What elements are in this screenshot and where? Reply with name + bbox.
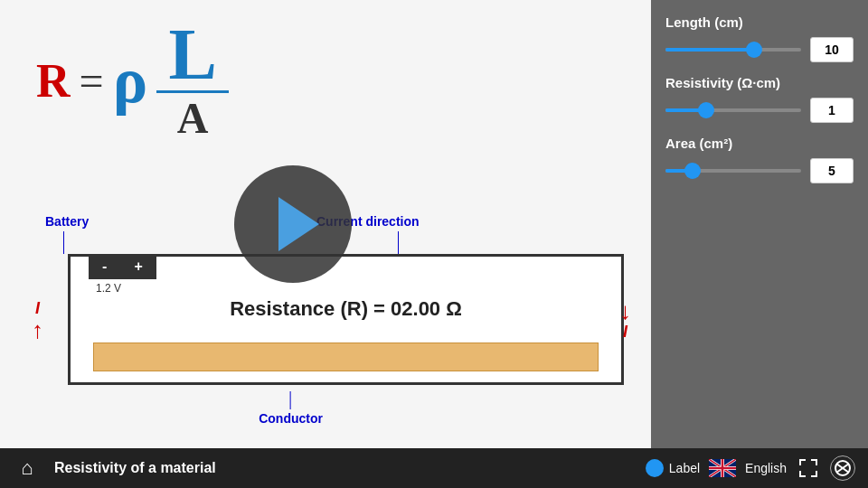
current-I-left: I [35, 299, 40, 318]
area-thumb[interactable] [684, 163, 701, 179]
conductor-label: Conductor [259, 411, 323, 426]
fullscreen-button[interactable] [796, 455, 821, 481]
home-button[interactable]: ⌂ [13, 454, 42, 483]
right-panel: Length (cm) Resistivity (Ω·cm) [651, 0, 868, 448]
uk-flag-icon [709, 459, 736, 477]
app-title: Resistivity of a material [54, 460, 633, 476]
language-flag [709, 459, 736, 477]
play-button[interactable] [234, 165, 352, 283]
home-icon: ⌂ [21, 456, 33, 480]
length-label: Length (cm) [665, 14, 854, 30]
formula-area: R = ρ L A [36, 18, 642, 143]
resistivity-control: Resistivity (Ω·cm) [665, 75, 854, 123]
resistance-display: Resistance (R) = 02.00 Ω [230, 297, 462, 321]
settings-icon [834, 459, 852, 477]
length-input[interactable] [810, 37, 854, 62]
length-track [665, 48, 801, 52]
battery-plus: + [135, 258, 143, 275]
battery-minus: - [102, 258, 107, 275]
resistivity-thumb[interactable] [698, 102, 714, 118]
conductor-label-wrap: Conductor [259, 391, 323, 426]
area-label: Area (cm²) [665, 136, 854, 151]
battery-label-line [63, 231, 64, 254]
battery-label-wrap: Battery [45, 213, 89, 254]
main-area: R = ρ L A Battery Current direction [0, 0, 868, 448]
formula-fraction: L A [156, 18, 229, 143]
circuit-box: - + 1.2 V Resistance (R) = 02.00 Ω Condu… [68, 254, 624, 385]
battery-label: Battery [45, 214, 89, 229]
formula-equals: = [80, 56, 104, 106]
formula-R: R [36, 54, 71, 108]
area-input[interactable] [810, 158, 854, 183]
resistivity-input[interactable] [810, 98, 854, 123]
length-slider[interactable] [665, 41, 801, 59]
resistivity-track [665, 108, 801, 112]
toolbar-right: Label English [646, 455, 855, 481]
conductor-label-line [290, 391, 291, 409]
formula-A: A [177, 93, 209, 143]
bottom-toolbar: ⌂ Resistivity of a material Label Englis… [0, 448, 868, 488]
battery-element: - + [89, 254, 156, 279]
area-slider[interactable] [665, 162, 801, 180]
arrow-down-icon: ↓ [619, 299, 631, 323]
language-label[interactable]: English [745, 461, 787, 475]
current-arrow-right: ↓ I [619, 299, 631, 342]
area-track [665, 169, 801, 173]
formula-rho: ρ [113, 43, 148, 118]
length-control: Length (cm) [665, 14, 854, 62]
battery-voltage: 1.2 V [96, 282, 121, 295]
length-thumb[interactable] [746, 42, 762, 58]
simulation-panel: R = ρ L A Battery Current direction [0, 0, 651, 448]
area-control: Area (cm²) [665, 136, 854, 183]
label-icon [646, 459, 664, 477]
resistivity-label: Resistivity (Ω·cm) [665, 75, 854, 90]
play-icon [278, 197, 319, 251]
resistance-text: Resistance (R) = 02.00 Ω [230, 297, 462, 320]
resistivity-slider[interactable] [665, 101, 801, 119]
current-I-right: I [623, 323, 627, 342]
formula-L: L [168, 18, 216, 90]
label-button[interactable]: Label [646, 459, 700, 477]
resistivity-row [665, 98, 854, 123]
fullscreen-icon [798, 458, 818, 478]
area-row [665, 158, 854, 183]
length-row [665, 37, 854, 62]
length-fill [665, 48, 754, 52]
current-arrow-left: I ↑ [32, 299, 43, 342]
label-text: Label [669, 461, 700, 475]
settings-button[interactable] [830, 455, 855, 481]
conductor-bar [93, 343, 599, 371]
arrow-up-icon: ↑ [32, 318, 43, 342]
